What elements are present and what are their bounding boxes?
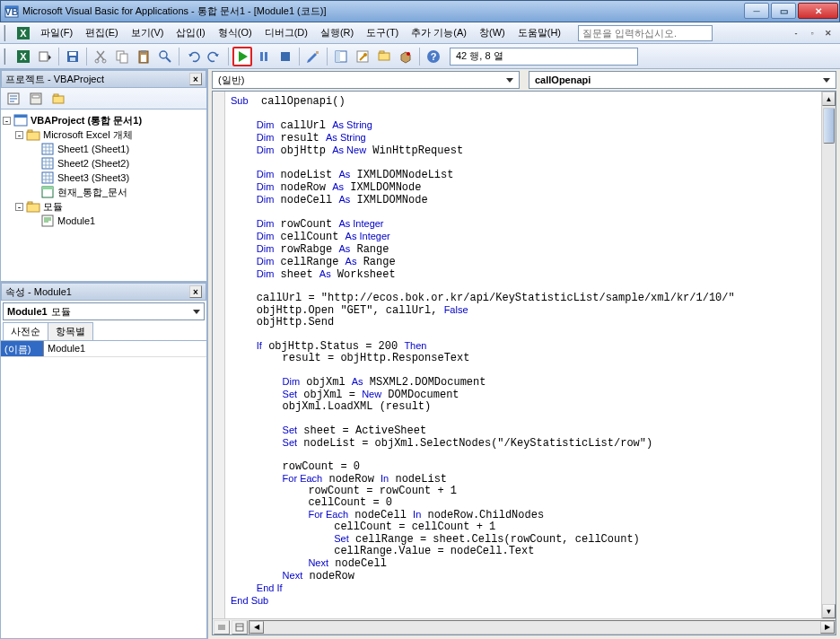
svg-rect-9 — [69, 52, 76, 56]
view-code-icon[interactable] — [4, 90, 23, 108]
svg-text:VB: VB — [4, 6, 18, 17]
sheet-icon — [40, 171, 55, 184]
tree-project-root[interactable]: VBAProject (통합 문서1) — [31, 114, 142, 127]
menu-edit[interactable]: 편집(E) — [79, 23, 125, 42]
properties-object-combo[interactable]: Module1 모듈 — [3, 302, 205, 320]
menu-run[interactable]: 실행(R) — [314, 23, 360, 42]
project-explorer-icon[interactable] — [331, 47, 351, 66]
properties-panel-close-icon[interactable]: × — [189, 285, 202, 298]
svg-rect-24 — [336, 51, 340, 62]
properties-window-icon[interactable] — [353, 47, 372, 66]
menu-help[interactable]: 도움말(H) — [512, 23, 567, 42]
help-search-input[interactable] — [578, 25, 713, 41]
copy-icon[interactable] — [112, 47, 132, 66]
tree-excel-objects[interactable]: Microsoft Excel 개체 — [43, 128, 133, 142]
excel-icon[interactable]: X — [13, 23, 33, 43]
tree-workbook[interactable]: 현재_통합_문서 — [57, 186, 127, 199]
svg-text:X: X — [20, 51, 27, 62]
paste-icon[interactable] — [134, 47, 153, 66]
menu-file[interactable]: 파일(F) — [34, 23, 79, 42]
cursor-position-box[interactable] — [450, 48, 638, 66]
svg-rect-27 — [379, 53, 389, 60]
toggle-folders-icon[interactable] — [48, 90, 68, 108]
menu-view[interactable]: 보기(V) — [125, 23, 171, 42]
horizontal-scrollbar[interactable]: ◀ ▶ — [249, 620, 836, 635]
tree-sheet3[interactable]: Sheet3 (Sheet3) — [57, 172, 129, 183]
full-module-view-icon[interactable] — [232, 620, 248, 635]
tree-sheet1[interactable]: Sheet1 (Sheet1) — [57, 144, 129, 154]
svg-rect-45 — [42, 187, 53, 189]
insert-dropdown-icon[interactable] — [35, 47, 55, 66]
menu-addins[interactable]: 추가 기능(A) — [405, 23, 473, 42]
property-name: (이름) — [1, 341, 44, 356]
properties-grid[interactable]: (이름) Module1 — [1, 341, 206, 638]
view-excel-icon[interactable]: X — [13, 47, 33, 66]
expand-toggle-icon[interactable]: - — [15, 203, 23, 211]
scroll-thumb[interactable] — [823, 108, 835, 144]
svg-rect-17 — [141, 55, 146, 62]
svg-rect-48 — [42, 215, 53, 226]
expand-toggle-icon[interactable]: - — [15, 131, 23, 139]
minimize-button[interactable]: ─ — [744, 3, 769, 19]
object-combo[interactable]: (일반) — [212, 71, 520, 89]
window-controls: ─ ▭ ✕ — [743, 1, 839, 22]
break-icon[interactable] — [254, 47, 274, 66]
menu-format[interactable]: 형식(O) — [212, 23, 258, 42]
tree-sheet2[interactable]: Sheet2 (Sheet2) — [57, 158, 129, 169]
view-object-icon[interactable] — [26, 90, 46, 108]
mdi-minimize-button[interactable]: - — [790, 27, 802, 39]
tree-modules-folder[interactable]: 모듈 — [43, 200, 63, 214]
design-mode-icon[interactable] — [303, 47, 323, 66]
menu-debug[interactable]: 디버그(D) — [258, 23, 314, 42]
expand-toggle-icon[interactable]: - — [3, 117, 11, 125]
mdi-restore-button[interactable]: ▫ — [806, 27, 818, 39]
redo-icon[interactable] — [205, 47, 224, 66]
folder-icon — [26, 200, 40, 213]
undo-icon[interactable] — [183, 47, 203, 66]
vertical-scrollbar[interactable]: ▲ ▼ — [821, 92, 836, 618]
save-icon[interactable] — [63, 47, 83, 66]
scroll-left-icon[interactable]: ◀ — [249, 621, 264, 634]
object-browser-icon[interactable] — [374, 47, 394, 66]
close-button[interactable]: ✕ — [798, 3, 838, 19]
properties-panel-title: 속성 - Module1 — [5, 285, 189, 299]
run-icon[interactable] — [232, 47, 252, 66]
project-icon — [13, 114, 28, 127]
project-tree[interactable]: -VBAProject (통합 문서1) -Microsoft Excel 개체… — [1, 109, 206, 281]
properties-tab-alphabetic[interactable]: 사전순 — [3, 322, 48, 340]
svg-text:X: X — [20, 28, 27, 39]
svg-rect-49 — [236, 624, 243, 631]
svg-rect-41 — [42, 144, 53, 154]
code-margin[interactable] — [213, 92, 225, 618]
reset-icon[interactable] — [276, 47, 295, 66]
menu-tools[interactable]: 도구(T) — [360, 23, 405, 42]
mdi-close-button[interactable]: ✕ — [822, 27, 835, 39]
svg-rect-35 — [53, 96, 64, 103]
svg-rect-19 — [260, 52, 263, 61]
project-panel-close-icon[interactable]: × — [189, 73, 202, 85]
maximize-button[interactable]: ▭ — [771, 3, 796, 19]
menu-window[interactable]: 창(W) — [473, 23, 512, 42]
help-icon[interactable]: ? — [424, 47, 443, 66]
cut-icon[interactable] — [91, 47, 110, 66]
find-icon[interactable] — [155, 47, 175, 66]
menu-insert[interactable]: 삽입(I) — [170, 23, 211, 42]
procedure-combo[interactable]: callOpenapi — [529, 71, 836, 89]
menu-grip[interactable] — [4, 25, 9, 41]
menu-bar: X 파일(F) 편집(E) 보기(V) 삽입(I) 형식(O) 디버그(D) 실… — [0, 22, 840, 44]
svg-text:?: ? — [431, 51, 437, 62]
property-value[interactable]: Module1 — [44, 341, 206, 356]
scroll-down-icon[interactable]: ▼ — [822, 604, 836, 618]
code-editor[interactable]: Sub callOpenapi() Dim callUrl As String … — [225, 92, 836, 618]
toolbox-icon[interactable] — [396, 47, 416, 66]
toolbar-grip[interactable] — [4, 48, 9, 65]
tree-module1[interactable]: Module1 — [57, 215, 95, 226]
svg-rect-43 — [42, 172, 53, 183]
procedure-view-icon[interactable] — [214, 620, 230, 635]
property-row[interactable]: (이름) Module1 — [1, 341, 206, 357]
scroll-up-icon[interactable]: ▲ — [822, 92, 836, 106]
properties-tab-categorized[interactable]: 항목별 — [48, 322, 93, 340]
module-icon — [40, 214, 55, 227]
scroll-right-icon[interactable]: ▶ — [820, 621, 835, 634]
code-window: Sub callOpenapi() Dim callUrl As String … — [212, 91, 836, 635]
